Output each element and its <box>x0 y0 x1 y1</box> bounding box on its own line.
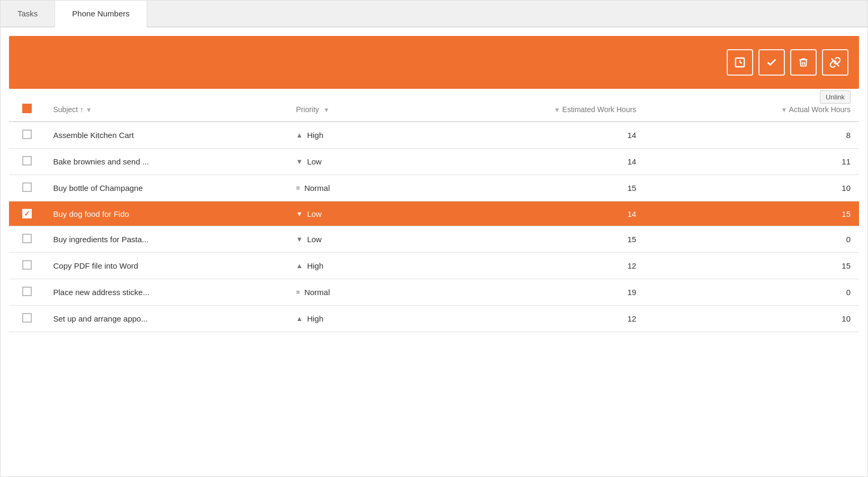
row-checkbox-cell <box>9 122 44 149</box>
unlink-button[interactable] <box>822 49 848 76</box>
priority-arrow-icon: ▲ <box>296 262 303 270</box>
priority-label: Low <box>307 209 322 218</box>
row-priority: ▼Low <box>287 226 430 253</box>
row-checkbox[interactable] <box>22 156 32 166</box>
priority-arrow-icon: ▲ <box>296 315 303 323</box>
time-button[interactable] <box>727 49 753 76</box>
col-header-priority: Priority ▼ <box>287 97 430 122</box>
priority-filter-icon[interactable]: ▼ <box>323 106 330 114</box>
priority-arrow-icon: ≡ <box>296 288 300 296</box>
row-subject: Buy ingredients for Pasta... <box>44 226 287 253</box>
priority-label: High <box>307 314 323 323</box>
row-priority: ≡Normal <box>287 175 430 201</box>
row-checkbox-cell <box>9 279 44 306</box>
row-checkbox-cell <box>9 175 44 201</box>
table-row[interactable]: Set up and arrange appo...▲High1210 <box>9 306 859 332</box>
table-row[interactable]: Buy dog food for Fido▼Low1415 <box>9 201 859 226</box>
row-subject: Buy bottle of Champagne <box>44 175 287 201</box>
priority-label: Normal <box>304 184 330 192</box>
table-row[interactable]: Bake brownies and send ...▼Low1411 <box>9 149 859 175</box>
tasks-table: Subject ↑▼ Priority ▼ ▼ Estimated Work H… <box>9 97 859 332</box>
priority-label: High <box>307 261 323 270</box>
row-subject: Assemble Kitchen Cart <box>44 122 287 149</box>
subject-filter-icon[interactable]: ▼ <box>86 106 92 114</box>
svg-line-2 <box>740 62 742 63</box>
row-priority: ▼Low <box>287 201 430 226</box>
row-priority: ≡Normal <box>287 279 430 306</box>
priority-label: Low <box>307 157 322 166</box>
row-actual-hours: 15 <box>645 253 859 279</box>
col-header-check <box>9 97 44 122</box>
actual-filter-icon[interactable]: ▼ <box>781 106 788 114</box>
subject-sort-icon[interactable]: ↑ <box>80 105 84 114</box>
row-estimated-hours: 15 <box>430 226 645 253</box>
col-header-subject: Subject ↑▼ <box>44 97 287 122</box>
priority-arrow-icon: ▲ <box>296 131 303 139</box>
table-row[interactable]: Copy PDF file into Word▲High1215 <box>9 253 859 279</box>
row-checkbox-cell <box>9 306 44 332</box>
row-checkbox-cell <box>9 253 44 279</box>
row-actual-hours: 10 <box>645 306 859 332</box>
row-checkbox[interactable] <box>22 260 32 270</box>
priority-arrow-icon: ▼ <box>296 158 303 166</box>
delete-button[interactable] <box>790 49 817 76</box>
table-row[interactable]: Buy bottle of Champagne≡Normal1510 <box>9 175 859 201</box>
action-toolbar: Unlink <box>9 36 859 89</box>
check-button[interactable] <box>758 49 785 76</box>
tab-tasks[interactable]: Tasks <box>1 1 55 27</box>
row-priority: ▲High <box>287 253 430 279</box>
row-priority: ▲High <box>287 306 430 332</box>
row-actual-hours: 10 <box>645 175 859 201</box>
tab-phone-numbers[interactable]: Phone Numbers <box>55 1 147 27</box>
select-all-checkbox[interactable] <box>22 104 32 113</box>
table-row[interactable]: Place new address sticke...≡Normal190 <box>9 279 859 306</box>
row-estimated-hours: 15 <box>430 175 645 201</box>
priority-arrow-icon: ▼ <box>296 235 303 243</box>
row-estimated-hours: 14 <box>430 201 645 226</box>
table-row[interactable]: Buy ingredients for Pasta...▼Low150 <box>9 226 859 253</box>
row-checkbox-cell <box>9 149 44 175</box>
priority-label: Normal <box>304 288 330 297</box>
row-checkbox[interactable] <box>22 313 32 323</box>
tab-bar: Tasks Phone Numbers <box>1 1 867 27</box>
row-actual-hours: 15 <box>645 201 859 226</box>
table-row[interactable]: Assemble Kitchen Cart▲High148 <box>9 122 859 149</box>
row-priority: ▼Low <box>287 149 430 175</box>
row-checkbox[interactable] <box>22 287 32 296</box>
unlink-tooltip: Unlink <box>820 90 851 104</box>
row-checkbox[interactable] <box>22 182 32 192</box>
row-priority: ▲High <box>287 122 430 149</box>
row-checkbox[interactable] <box>22 130 32 139</box>
row-subject: Place new address sticke... <box>44 279 287 306</box>
row-subject: Buy dog food for Fido <box>44 201 287 226</box>
row-checkbox-cell <box>9 201 44 226</box>
priority-arrow-icon: ▼ <box>296 210 303 218</box>
row-checkbox-cell <box>9 226 44 253</box>
row-actual-hours: 0 <box>645 226 859 253</box>
row-estimated-hours: 12 <box>430 253 645 279</box>
row-checkbox[interactable] <box>22 234 32 243</box>
row-subject: Set up and arrange appo... <box>44 306 287 332</box>
row-estimated-hours: 12 <box>430 306 645 332</box>
col-header-estimated: ▼ Estimated Work Hours <box>430 97 645 122</box>
priority-arrow-icon: ≡ <box>296 184 300 192</box>
priority-label: High <box>307 131 323 140</box>
row-subject: Copy PDF file into Word <box>44 253 287 279</box>
row-estimated-hours: 19 <box>430 279 645 306</box>
row-checkbox[interactable] <box>22 209 32 218</box>
row-actual-hours: 11 <box>645 149 859 175</box>
estimated-filter-icon[interactable]: ▼ <box>554 106 560 114</box>
row-actual-hours: 0 <box>645 279 859 306</box>
priority-label: Low <box>307 235 322 244</box>
row-actual-hours: 8 <box>645 122 859 149</box>
row-subject: Bake brownies and send ... <box>44 149 287 175</box>
row-estimated-hours: 14 <box>430 149 645 175</box>
row-estimated-hours: 14 <box>430 122 645 149</box>
